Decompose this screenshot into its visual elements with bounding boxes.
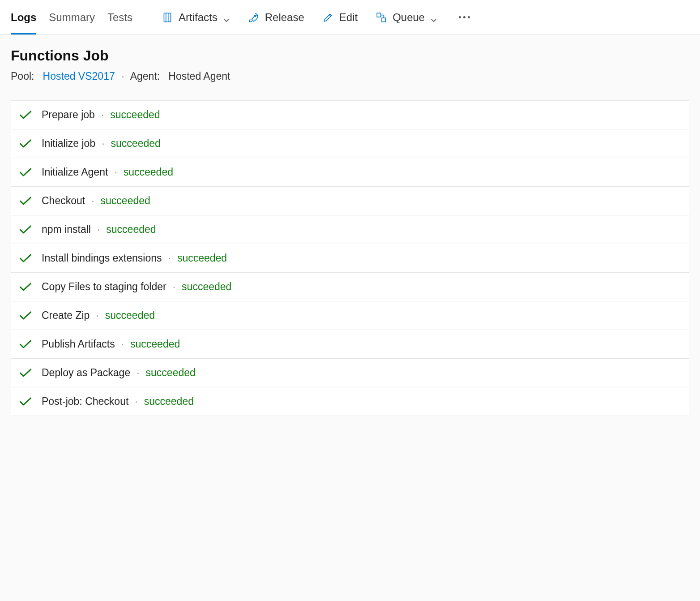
step-name: Deploy as Package bbox=[42, 367, 130, 379]
step-status: succeeded bbox=[101, 195, 150, 207]
step-name: Create Zip bbox=[42, 309, 90, 322]
checkmark-icon bbox=[18, 282, 33, 292]
checkmark-icon bbox=[18, 138, 33, 149]
step-separator: · bbox=[168, 252, 171, 264]
step-separator: · bbox=[91, 195, 94, 207]
step-status: succeeded bbox=[182, 281, 231, 293]
step-status: succeeded bbox=[130, 338, 180, 350]
step-row[interactable]: Initialize Agent·succeeded bbox=[11, 158, 689, 187]
step-row[interactable]: Copy Files to staging folder·succeeded bbox=[11, 273, 689, 301]
step-separator: · bbox=[137, 367, 139, 379]
step-status: succeeded bbox=[144, 395, 194, 408]
step-name: Copy Files to staging folder bbox=[42, 281, 166, 293]
header-bar: Logs Summary Tests Artifacts Release Edi… bbox=[0, 0, 700, 35]
job-meta: Pool: Hosted VS2017 · Agent: Hosted Agen… bbox=[11, 70, 689, 82]
pencil-icon bbox=[322, 12, 334, 23]
step-separator: · bbox=[114, 166, 117, 178]
step-status: succeeded bbox=[106, 223, 156, 236]
tab-label: Summary bbox=[49, 11, 95, 24]
chevron-down-icon bbox=[223, 14, 230, 21]
checkmark-icon bbox=[18, 167, 33, 178]
artifacts-icon bbox=[162, 12, 173, 23]
step-row[interactable]: Create Zip·succeeded bbox=[11, 301, 689, 330]
step-status: succeeded bbox=[124, 166, 173, 178]
edit-label: Edit bbox=[339, 11, 358, 24]
step-name: Prepare job bbox=[42, 109, 95, 121]
checkmark-icon bbox=[18, 368, 33, 378]
steps-list: Prepare job·succeededInitialize job·succ… bbox=[11, 100, 689, 416]
step-row[interactable]: Install bindings extensions·succeeded bbox=[11, 244, 689, 273]
step-status: succeeded bbox=[110, 109, 160, 121]
queue-icon bbox=[376, 12, 387, 23]
step-name: Publish Artifacts bbox=[42, 338, 115, 350]
chevron-down-icon bbox=[430, 14, 437, 21]
actions-group: Artifacts Release Edit Queue bbox=[162, 11, 474, 24]
edit-button[interactable]: Edit bbox=[322, 11, 358, 24]
step-separator: · bbox=[96, 309, 98, 322]
step-row[interactable]: Post-job: Checkout·succeeded bbox=[11, 387, 689, 416]
step-name: Initialize Agent bbox=[42, 166, 108, 178]
checkmark-icon bbox=[18, 253, 33, 264]
tabs-group: Logs Summary Tests bbox=[11, 0, 132, 34]
step-status: succeeded bbox=[105, 309, 155, 322]
tab-tests[interactable]: Tests bbox=[107, 0, 132, 34]
artifacts-label: Artifacts bbox=[179, 11, 218, 24]
tab-label: Tests bbox=[107, 11, 132, 24]
step-row[interactable]: Checkout·succeeded bbox=[11, 187, 689, 215]
step-row[interactable]: Prepare job·succeeded bbox=[11, 101, 689, 129]
step-separator: · bbox=[121, 338, 124, 350]
step-row[interactable]: npm install·succeeded bbox=[11, 215, 689, 244]
svg-rect-6 bbox=[382, 18, 386, 22]
queue-button[interactable]: Queue bbox=[376, 11, 437, 24]
checkmark-icon bbox=[18, 196, 33, 206]
tab-logs[interactable]: Logs bbox=[11, 0, 36, 34]
step-separator: · bbox=[173, 281, 175, 293]
tab-label: Logs bbox=[11, 11, 36, 24]
rocket-icon bbox=[248, 12, 260, 23]
step-separator: · bbox=[97, 223, 100, 236]
step-separator: · bbox=[102, 137, 104, 150]
checkmark-icon bbox=[18, 339, 33, 350]
vertical-divider bbox=[147, 8, 147, 27]
release-button[interactable]: Release bbox=[248, 11, 304, 24]
step-row[interactable]: Deploy as Package·succeeded bbox=[11, 359, 689, 387]
svg-rect-0 bbox=[164, 13, 171, 22]
step-status: succeeded bbox=[146, 367, 196, 379]
step-separator: · bbox=[101, 109, 104, 121]
meta-separator: · bbox=[121, 70, 124, 82]
step-status: succeeded bbox=[111, 137, 161, 150]
step-name: Post-job: Checkout bbox=[42, 395, 128, 408]
job-title: Functions Job bbox=[11, 47, 689, 64]
checkmark-icon bbox=[18, 310, 33, 321]
queue-label: Queue bbox=[393, 11, 425, 24]
step-row[interactable]: Initialize job·succeeded bbox=[11, 129, 689, 158]
agent-name: Hosted Agent bbox=[168, 70, 230, 82]
content-area: Functions Job Pool: Hosted VS2017 · Agen… bbox=[0, 35, 700, 429]
checkmark-icon bbox=[18, 110, 33, 120]
agent-label: Agent: bbox=[130, 70, 160, 82]
release-label: Release bbox=[265, 11, 304, 24]
svg-rect-5 bbox=[377, 13, 381, 17]
step-name: Initialize job bbox=[42, 137, 95, 150]
pool-link[interactable]: Hosted VS2017 bbox=[43, 70, 115, 82]
checkmark-icon bbox=[18, 224, 33, 235]
step-name: npm install bbox=[42, 223, 91, 236]
step-name: Checkout bbox=[42, 195, 85, 207]
step-separator: · bbox=[135, 395, 137, 408]
step-status: succeeded bbox=[177, 252, 227, 264]
checkmark-icon bbox=[18, 396, 33, 407]
step-row[interactable]: Publish Artifacts·succeeded bbox=[11, 330, 689, 359]
step-name: Install bindings extensions bbox=[42, 252, 162, 264]
pool-label: Pool: bbox=[11, 70, 34, 82]
tab-summary[interactable]: Summary bbox=[49, 0, 95, 34]
more-menu-button[interactable] bbox=[455, 13, 474, 22]
artifacts-button[interactable]: Artifacts bbox=[162, 11, 230, 24]
